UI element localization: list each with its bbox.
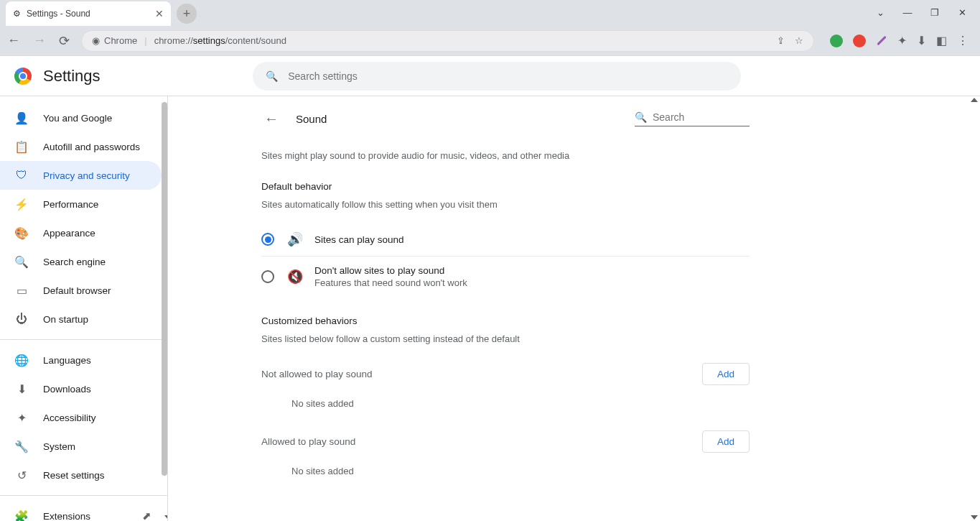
sidebar-item-default-browser[interactable]: ▭Default browser <box>0 276 162 305</box>
back-button[interactable]: ← <box>7 33 20 49</box>
tab-dropdown-icon[interactable]: ⌄ <box>874 7 887 18</box>
side-panel-icon[interactable]: ◧ <box>936 34 947 47</box>
radio-button-icon[interactable] <box>261 233 274 246</box>
back-arrow-button[interactable]: ← <box>261 108 281 130</box>
volume-icon: 🔊 <box>287 231 302 247</box>
sidebar-item-extensions[interactable]: 🧩Extensions⬈ <box>0 502 162 521</box>
extension-grammarly-icon[interactable] <box>830 34 843 47</box>
add-not-allowed-button[interactable]: Add <box>702 363 750 385</box>
no-sites-message: No sites added <box>261 453 750 479</box>
speedometer-icon: ⚡ <box>14 198 29 211</box>
share-icon[interactable]: ⇪ <box>777 35 785 46</box>
scroll-up-arrow-icon[interactable] <box>971 98 978 102</box>
sidebar-item-label: Accessibility <box>43 412 96 423</box>
extensions-puzzle-icon[interactable]: ✦ <box>897 34 907 47</box>
search-icon: 🔍 <box>635 111 647 123</box>
omnibox[interactable]: ◉ Chrome | chrome://settings/content/sou… <box>81 30 814 52</box>
extension-pen-icon[interactable] <box>877 36 886 45</box>
default-behavior-title: Default behavior <box>261 181 750 192</box>
sidebar-item-label: Reset settings <box>43 470 105 481</box>
accessibility-icon: ✦ <box>14 411 29 425</box>
radio-sites-can-play-sound[interactable]: 🔊 Sites can play sound <box>261 223 750 257</box>
downloads-icon[interactable]: ⬇ <box>917 34 926 47</box>
sidebar-item-reset[interactable]: ↺Reset settings <box>0 461 162 489</box>
sidebar-item-accessibility[interactable]: ✦Accessibility <box>0 403 162 432</box>
sidebar-item-languages[interactable]: 🌐Languages <box>0 346 162 374</box>
download-icon: ⬇ <box>14 382 29 396</box>
sidebar-item-autofill[interactable]: 📋Autofill and passwords <box>0 132 162 161</box>
radio-label: Sites can play sound <box>314 234 404 245</box>
puzzle-icon: 🧩 <box>14 510 29 522</box>
bookmark-star-icon[interactable]: ☆ <box>795 35 803 46</box>
sidebar-item-label: Appearance <box>43 228 95 239</box>
in-page-search[interactable]: 🔍 <box>635 111 750 126</box>
kebab-menu-icon[interactable]: ⋮ <box>957 34 969 47</box>
url-display: chrome://settings/content/sound <box>154 35 286 46</box>
settings-sidebar: 👤You and Google 📋Autofill and passwords … <box>0 96 168 521</box>
minimize-button[interactable]: — <box>901 7 914 18</box>
sidebar-item-label: Languages <box>43 355 91 366</box>
window-controls: ⌄ — ❐ ✕ <box>862 0 980 25</box>
radio-button-icon[interactable] <box>261 270 274 283</box>
palette-icon: 🎨 <box>14 226 29 240</box>
restore-icon: ↺ <box>14 469 29 482</box>
wrench-icon: 🔧 <box>14 440 29 453</box>
default-behavior-sub: Sites automatically follow this setting … <box>261 199 750 210</box>
sidebar-item-performance[interactable]: ⚡Performance <box>0 190 162 218</box>
page-title: Sound <box>296 113 327 125</box>
sidebar-item-label: Autofill and passwords <box>43 142 140 152</box>
sidebar-item-label: Privacy and security <box>43 170 130 181</box>
radio-sublabel: Features that need sound won't work <box>314 277 467 288</box>
sidebar-scrollbar[interactable] <box>162 102 167 476</box>
open-external-icon: ⬈ <box>142 510 151 521</box>
forward-button[interactable]: → <box>33 33 46 49</box>
scroll-down-arrow-icon[interactable] <box>971 515 978 520</box>
globe-icon: 🌐 <box>14 354 29 367</box>
shield-icon: 🛡 <box>14 169 29 182</box>
sidebar-item-downloads[interactable]: ⬇Downloads <box>0 374 162 403</box>
volume-mute-icon: 🔇 <box>287 269 302 285</box>
browser-tab[interactable]: ⚙ Settings - Sound ✕ <box>6 1 171 26</box>
sidebar-item-search-engine[interactable]: 🔍Search engine <box>0 247 162 276</box>
no-sites-message: No sites added <box>261 385 750 412</box>
chrome-logo-icon <box>14 68 32 85</box>
settings-header: Settings 🔍 <box>0 56 980 96</box>
sidebar-item-system[interactable]: 🔧System <box>0 432 162 461</box>
sidebar-item-label: Extensions <box>43 511 90 522</box>
sidebar-item-label: Performance <box>43 199 98 210</box>
settings-search-bar[interactable]: 🔍 <box>253 62 741 91</box>
search-icon: 🔍 <box>14 255 29 269</box>
content-scrollbar[interactable] <box>969 96 979 521</box>
sidebar-item-label: Default browser <box>43 285 111 296</box>
tab-title: Settings - Sound <box>27 9 90 19</box>
add-allowed-button[interactable]: Add <box>702 430 750 453</box>
radio-dont-allow-sound[interactable]: 🔇 Don't allow sites to play sound Featur… <box>261 257 750 297</box>
clipboard-icon: 📋 <box>14 140 29 154</box>
person-icon: 👤 <box>14 111 29 125</box>
power-icon: ⏻ <box>14 313 29 326</box>
new-tab-button[interactable]: + <box>177 4 197 24</box>
sidebar-item-appearance[interactable]: 🎨Appearance <box>0 218 162 247</box>
tab-strip: ⚙ Settings - Sound ✕ + ⌄ — ❐ ✕ <box>0 0 980 26</box>
gear-icon: ⚙ <box>13 9 21 19</box>
settings-search-input[interactable] <box>288 70 728 82</box>
content-area: ← Sound 🔍 Sites might play sound to prov… <box>168 96 980 521</box>
sidebar-item-on-startup[interactable]: ⏻On startup <box>0 305 162 333</box>
reload-button[interactable]: ⟳ <box>59 33 70 49</box>
chrome-icon: ◉ <box>92 35 100 46</box>
sidebar-item-label: System <box>43 441 75 452</box>
close-window-button[interactable]: ✕ <box>956 7 969 18</box>
customized-behaviors-sub: Sites listed below follow a custom setti… <box>261 333 750 344</box>
close-tab-icon[interactable]: ✕ <box>155 8 164 19</box>
customized-behaviors-title: Customized behaviors <box>261 315 750 326</box>
settings-title: Settings <box>43 67 101 86</box>
sidebar-item-privacy[interactable]: 🛡Privacy and security <box>0 161 162 190</box>
sidebar-item-label: On startup <box>43 314 88 325</box>
omnibox-label: Chrome <box>104 35 137 46</box>
sidebar-separator <box>0 339 167 340</box>
maximize-button[interactable]: ❐ <box>928 7 941 18</box>
sidebar-item-you-and-google[interactable]: 👤You and Google <box>0 103 162 132</box>
extension-adblock-icon[interactable] <box>853 34 866 47</box>
in-page-search-input[interactable] <box>653 111 778 123</box>
sidebar-separator <box>0 495 167 496</box>
